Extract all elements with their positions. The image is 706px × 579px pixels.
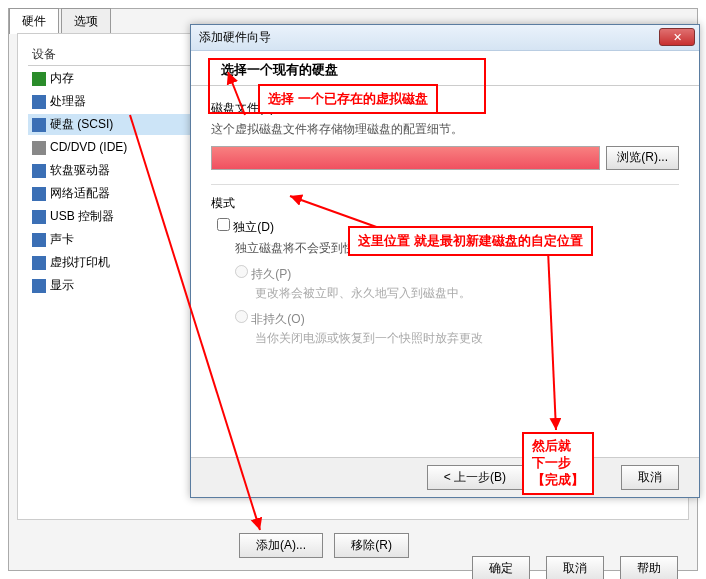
annotation-1: 选择 一个已存在的虚拟磁盘	[258, 84, 438, 114]
remove-button[interactable]: 移除(R)	[334, 533, 409, 558]
device-name: 内存	[50, 71, 74, 85]
display-icon	[32, 279, 46, 293]
annotation-3-line3: 【完成】	[532, 472, 584, 487]
disk-file-input[interactable]	[211, 146, 600, 170]
add-button[interactable]: 添加(A)...	[239, 533, 323, 558]
tab-options[interactable]: 选项	[61, 8, 111, 34]
usb-icon	[32, 210, 46, 224]
annotation-3: 然后就 下一步 【完成】	[522, 432, 594, 495]
annotation-3-line2: 下一步	[532, 455, 571, 470]
disk-icon	[32, 118, 46, 132]
cancel-button-outer[interactable]: 取消	[546, 556, 604, 579]
dialog-title: 添加硬件向导	[199, 29, 271, 46]
device-name: 硬盘 (SCSI)	[50, 117, 113, 131]
device-name: USB 控制器	[50, 209, 114, 223]
nonpersistent-label: 非持久(O)	[251, 312, 304, 326]
annotation-2: 这里位置 就是最初新建磁盘的自定位置	[348, 226, 593, 256]
printer-icon	[32, 256, 46, 270]
device-name: 软盘驱动器	[50, 163, 110, 177]
close-icon[interactable]: ✕	[659, 28, 695, 46]
device-name: 声卡	[50, 232, 74, 246]
mode-label: 模式	[211, 195, 679, 212]
help-button[interactable]: 帮助	[620, 556, 678, 579]
annotation-3-line1: 然后就	[532, 438, 571, 453]
cancel-button[interactable]: 取消	[621, 465, 679, 490]
disk-file-desc: 这个虚拟磁盘文件将存储物理磁盘的配置细节。	[211, 121, 679, 138]
device-name: 虚拟打印机	[50, 255, 110, 269]
persistent-label: 持久(P)	[251, 267, 291, 281]
sound-icon	[32, 233, 46, 247]
dialog-header-title: 选择一个现有的硬盘	[221, 61, 679, 79]
floppy-icon	[32, 164, 46, 178]
back-button[interactable]: < 上一步(B)	[427, 465, 523, 490]
net-icon	[32, 187, 46, 201]
nonpersistent-desc: 当你关闭电源或恢复到一个快照时放弃更改	[255, 330, 679, 347]
cpu-icon	[32, 95, 46, 109]
persistent-radio	[235, 265, 248, 278]
browse-button[interactable]: 浏览(R)...	[606, 146, 679, 170]
memory-icon	[32, 72, 46, 86]
nonpersistent-radio	[235, 310, 248, 323]
ok-button[interactable]: 确定	[472, 556, 530, 579]
cd-icon	[32, 141, 46, 155]
independent-label: 独立(D)	[233, 220, 274, 234]
persistent-desc: 更改将会被立即、永久地写入到磁盘中。	[255, 285, 679, 302]
tab-hardware[interactable]: 硬件	[9, 8, 59, 34]
dialog-titlebar: 添加硬件向导 ✕	[191, 25, 699, 51]
device-name: CD/DVD (IDE)	[50, 140, 127, 154]
device-name: 显示	[50, 278, 74, 292]
device-name: 处理器	[50, 94, 86, 108]
device-name: 网络适配器	[50, 186, 110, 200]
bottom-buttons: 确定 取消 帮助	[472, 556, 686, 579]
independent-checkbox[interactable]	[217, 218, 230, 231]
